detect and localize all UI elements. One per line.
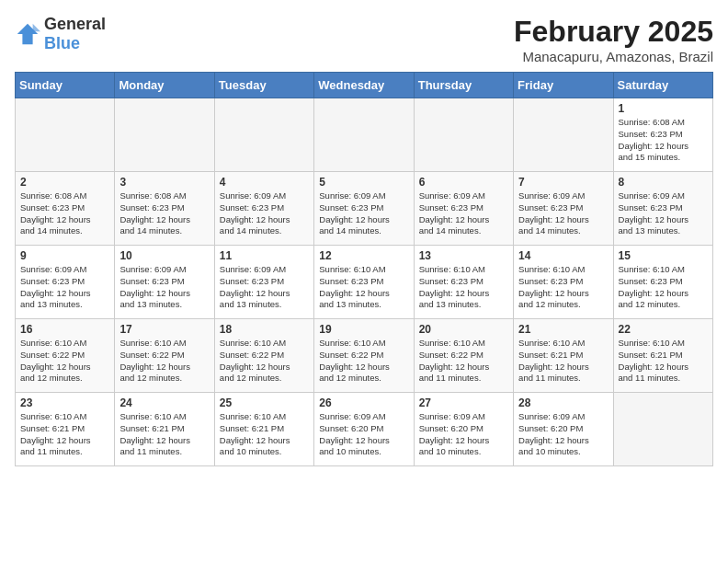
- calendar-cell: 26Sunrise: 6:09 AM Sunset: 6:20 PM Dayli…: [314, 393, 414, 466]
- day-info: Sunrise: 6:09 AM Sunset: 6:20 PM Dayligh…: [319, 411, 408, 458]
- day-info: Sunrise: 6:09 AM Sunset: 6:23 PM Dayligh…: [419, 190, 508, 237]
- day-number: 10: [119, 249, 209, 262]
- logo-text-blue: Blue: [44, 34, 80, 52]
- day-info: Sunrise: 6:09 AM Sunset: 6:20 PM Dayligh…: [518, 411, 608, 458]
- day-info: Sunrise: 6:09 AM Sunset: 6:23 PM Dayligh…: [319, 190, 408, 237]
- calendar-week-row: 2Sunrise: 6:08 AM Sunset: 6:23 PM Daylig…: [16, 172, 713, 246]
- weekday-header: Wednesday: [314, 73, 414, 98]
- calendar-cell: 20Sunrise: 6:10 AM Sunset: 6:22 PM Dayli…: [414, 319, 513, 393]
- logo: General Blue: [15, 15, 106, 53]
- main-title: February 2025: [514, 15, 713, 49]
- calendar-cell: 17Sunrise: 6:10 AM Sunset: 6:22 PM Dayli…: [115, 319, 214, 393]
- calendar-cell: 21Sunrise: 6:10 AM Sunset: 6:21 PM Dayli…: [514, 319, 613, 393]
- day-info: Sunrise: 6:10 AM Sunset: 6:23 PM Dayligh…: [619, 264, 708, 311]
- day-number: 2: [20, 176, 109, 189]
- day-info: Sunrise: 6:09 AM Sunset: 6:23 PM Dayligh…: [20, 264, 109, 311]
- day-number: 1: [619, 102, 708, 115]
- day-number: 6: [419, 176, 508, 189]
- day-number: 16: [20, 323, 109, 336]
- day-info: Sunrise: 6:09 AM Sunset: 6:23 PM Dayligh…: [220, 190, 309, 237]
- calendar-cell: 23Sunrise: 6:10 AM Sunset: 6:21 PM Dayli…: [16, 393, 115, 466]
- calendar-cell: 14Sunrise: 6:10 AM Sunset: 6:23 PM Dayli…: [514, 246, 613, 319]
- day-number: 8: [619, 176, 708, 189]
- calendar-cell: 1Sunrise: 6:08 AM Sunset: 6:23 PM Daylig…: [613, 98, 712, 172]
- day-number: 26: [319, 396, 408, 409]
- day-number: 5: [319, 176, 408, 189]
- weekday-header: Sunday: [16, 73, 115, 98]
- calendar-cell: 15Sunrise: 6:10 AM Sunset: 6:23 PM Dayli…: [613, 246, 712, 319]
- calendar-week-row: 23Sunrise: 6:10 AM Sunset: 6:21 PM Dayli…: [16, 393, 713, 466]
- day-info: Sunrise: 6:09 AM Sunset: 6:23 PM Dayligh…: [119, 264, 209, 311]
- day-info: Sunrise: 6:08 AM Sunset: 6:23 PM Dayligh…: [20, 190, 109, 237]
- day-number: 20: [419, 323, 508, 336]
- day-number: 27: [419, 396, 508, 409]
- logo-icon: [15, 21, 40, 47]
- calendar-cell: 22Sunrise: 6:10 AM Sunset: 6:21 PM Dayli…: [613, 319, 712, 393]
- day-number: 11: [220, 249, 309, 262]
- calendar-cell: [414, 98, 513, 172]
- weekday-header: Thursday: [414, 73, 513, 98]
- day-info: Sunrise: 6:10 AM Sunset: 6:21 PM Dayligh…: [20, 411, 109, 458]
- title-block: February 2025 Manacapuru, Amazonas, Braz…: [514, 15, 713, 64]
- calendar-header-row: SundayMondayTuesdayWednesdayThursdayFrid…: [16, 73, 713, 98]
- weekday-header: Friday: [514, 73, 613, 98]
- calendar-cell: [514, 98, 613, 172]
- weekday-header: Monday: [115, 73, 214, 98]
- weekday-header: Saturday: [613, 73, 712, 98]
- day-number: 21: [518, 323, 608, 336]
- calendar-cell: [115, 98, 214, 172]
- day-info: Sunrise: 6:10 AM Sunset: 6:21 PM Dayligh…: [220, 411, 309, 458]
- calendar-cell: 27Sunrise: 6:09 AM Sunset: 6:20 PM Dayli…: [414, 393, 513, 466]
- day-number: 24: [119, 396, 209, 409]
- day-info: Sunrise: 6:10 AM Sunset: 6:22 PM Dayligh…: [220, 338, 309, 385]
- day-info: Sunrise: 6:10 AM Sunset: 6:22 PM Dayligh…: [419, 338, 508, 385]
- day-number: 18: [220, 323, 309, 336]
- calendar-cell: 12Sunrise: 6:10 AM Sunset: 6:23 PM Dayli…: [314, 246, 414, 319]
- calendar-cell: 10Sunrise: 6:09 AM Sunset: 6:23 PM Dayli…: [115, 246, 214, 319]
- day-number: 13: [419, 249, 508, 262]
- day-number: 15: [619, 249, 708, 262]
- calendar-cell: 2Sunrise: 6:08 AM Sunset: 6:23 PM Daylig…: [16, 172, 115, 246]
- calendar-cell: 4Sunrise: 6:09 AM Sunset: 6:23 PM Daylig…: [214, 172, 313, 246]
- calendar-cell: 3Sunrise: 6:08 AM Sunset: 6:23 PM Daylig…: [115, 172, 214, 246]
- day-info: Sunrise: 6:10 AM Sunset: 6:23 PM Dayligh…: [419, 264, 508, 311]
- calendar-table: SundayMondayTuesdayWednesdayThursdayFrid…: [15, 72, 713, 466]
- day-info: Sunrise: 6:10 AM Sunset: 6:22 PM Dayligh…: [119, 338, 209, 385]
- calendar-cell: 5Sunrise: 6:09 AM Sunset: 6:23 PM Daylig…: [314, 172, 414, 246]
- day-info: Sunrise: 6:10 AM Sunset: 6:23 PM Dayligh…: [319, 264, 408, 311]
- calendar-cell: [214, 98, 313, 172]
- calendar-cell: [314, 98, 414, 172]
- page-header: General Blue February 2025 Manacapuru, A…: [15, 15, 713, 64]
- calendar-week-row: 9Sunrise: 6:09 AM Sunset: 6:23 PM Daylig…: [16, 246, 713, 319]
- calendar-cell: 24Sunrise: 6:10 AM Sunset: 6:21 PM Dayli…: [115, 393, 214, 466]
- day-info: Sunrise: 6:09 AM Sunset: 6:23 PM Dayligh…: [220, 264, 309, 311]
- calendar-cell: 11Sunrise: 6:09 AM Sunset: 6:23 PM Dayli…: [214, 246, 313, 319]
- day-info: Sunrise: 6:10 AM Sunset: 6:21 PM Dayligh…: [119, 411, 209, 458]
- day-number: 22: [619, 323, 708, 336]
- day-info: Sunrise: 6:08 AM Sunset: 6:23 PM Dayligh…: [619, 117, 708, 164]
- day-info: Sunrise: 6:09 AM Sunset: 6:20 PM Dayligh…: [419, 411, 508, 458]
- day-number: 23: [20, 396, 109, 409]
- logo-text-general: General: [44, 15, 106, 33]
- calendar-cell: 16Sunrise: 6:10 AM Sunset: 6:22 PM Dayli…: [16, 319, 115, 393]
- day-info: Sunrise: 6:09 AM Sunset: 6:23 PM Dayligh…: [619, 190, 708, 237]
- calendar-cell: 13Sunrise: 6:10 AM Sunset: 6:23 PM Dayli…: [414, 246, 513, 319]
- day-info: Sunrise: 6:10 AM Sunset: 6:22 PM Dayligh…: [319, 338, 408, 385]
- day-info: Sunrise: 6:08 AM Sunset: 6:23 PM Dayligh…: [119, 190, 209, 237]
- day-number: 14: [518, 249, 608, 262]
- day-info: Sunrise: 6:10 AM Sunset: 6:22 PM Dayligh…: [20, 338, 109, 385]
- calendar-cell: 28Sunrise: 6:09 AM Sunset: 6:20 PM Dayli…: [514, 393, 613, 466]
- calendar-cell: 18Sunrise: 6:10 AM Sunset: 6:22 PM Dayli…: [214, 319, 313, 393]
- day-number: 7: [518, 176, 608, 189]
- day-number: 3: [119, 176, 209, 189]
- calendar-cell: 8Sunrise: 6:09 AM Sunset: 6:23 PM Daylig…: [613, 172, 712, 246]
- day-info: Sunrise: 6:10 AM Sunset: 6:21 PM Dayligh…: [518, 338, 608, 385]
- calendar-cell: 6Sunrise: 6:09 AM Sunset: 6:23 PM Daylig…: [414, 172, 513, 246]
- calendar-week-row: 16Sunrise: 6:10 AM Sunset: 6:22 PM Dayli…: [16, 319, 713, 393]
- day-number: 4: [220, 176, 309, 189]
- day-number: 25: [220, 396, 309, 409]
- day-number: 28: [518, 396, 608, 409]
- calendar-cell: 25Sunrise: 6:10 AM Sunset: 6:21 PM Dayli…: [214, 393, 313, 466]
- calendar-cell: 9Sunrise: 6:09 AM Sunset: 6:23 PM Daylig…: [16, 246, 115, 319]
- weekday-header: Tuesday: [214, 73, 313, 98]
